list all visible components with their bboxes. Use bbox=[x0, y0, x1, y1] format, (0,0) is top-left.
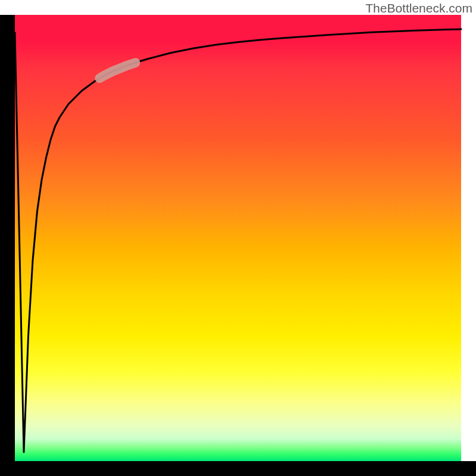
chart-canvas: TheBottleneck.com bbox=[0, 0, 476, 476]
bottleneck-curve bbox=[15, 29, 461, 452]
curve-layer bbox=[15, 15, 461, 461]
x-axis bbox=[0, 461, 476, 476]
attribution-watermark: TheBottleneck.com bbox=[365, 1, 472, 15]
highlight-segment bbox=[100, 63, 136, 79]
plot-area bbox=[15, 15, 461, 461]
y-axis bbox=[0, 15, 15, 461]
